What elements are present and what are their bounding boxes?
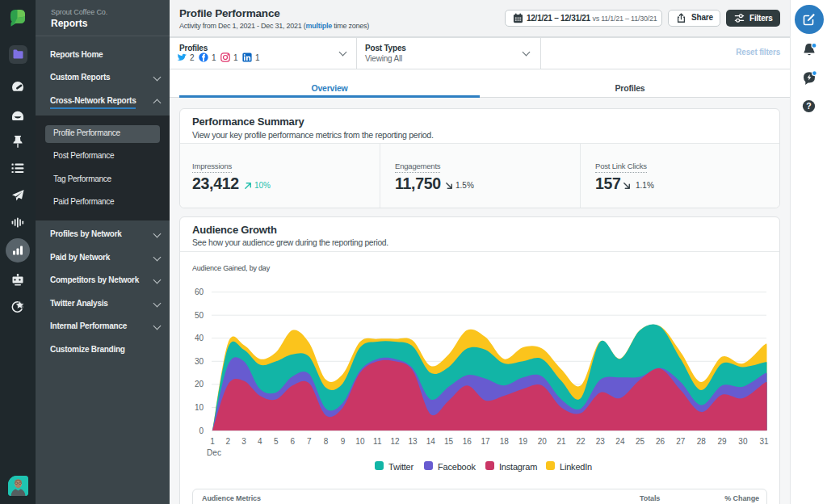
svg-text:0: 0 <box>199 426 204 435</box>
svg-text:26: 26 <box>656 437 665 446</box>
svg-text:28: 28 <box>697 437 707 446</box>
svg-text:31: 31 <box>759 437 769 446</box>
svg-text:22: 22 <box>577 437 586 446</box>
svg-text:24: 24 <box>615 437 625 446</box>
svg-text:17: 17 <box>481 437 491 446</box>
svg-text:3: 3 <box>241 437 246 446</box>
svg-text:Dec: Dec <box>207 448 221 457</box>
svg-text:60: 60 <box>195 288 204 296</box>
svg-text:29: 29 <box>717 437 727 446</box>
svg-text:1: 1 <box>210 437 215 446</box>
svg-text:10: 10 <box>355 437 365 446</box>
svg-text:25: 25 <box>636 437 645 446</box>
svg-text:30: 30 <box>195 357 204 366</box>
svg-text:13: 13 <box>408 437 418 446</box>
svg-text:23: 23 <box>596 437 606 446</box>
svg-text:15: 15 <box>444 437 454 446</box>
svg-text:7: 7 <box>307 437 312 446</box>
svg-text:10: 10 <box>195 403 204 412</box>
svg-text:14: 14 <box>426 437 436 446</box>
svg-text:8: 8 <box>324 437 329 446</box>
svg-text:20: 20 <box>195 380 204 388</box>
svg-text:5: 5 <box>274 437 279 446</box>
svg-text:30: 30 <box>738 437 748 446</box>
svg-text:6: 6 <box>290 437 295 446</box>
svg-text:21: 21 <box>556 437 566 446</box>
svg-text:19: 19 <box>518 437 528 446</box>
svg-text:18: 18 <box>500 437 510 446</box>
svg-text:?: ? <box>806 101 811 111</box>
svg-text:12: 12 <box>391 437 401 446</box>
svg-text:50: 50 <box>195 311 204 320</box>
svg-text:27: 27 <box>676 437 686 446</box>
svg-text:2: 2 <box>226 437 231 446</box>
svg-text:11: 11 <box>373 437 382 446</box>
svg-text:9: 9 <box>341 437 346 446</box>
svg-text:20: 20 <box>538 437 548 446</box>
svg-text:40: 40 <box>195 334 204 342</box>
svg-text:4: 4 <box>258 437 262 446</box>
svg-text:16: 16 <box>463 437 472 446</box>
